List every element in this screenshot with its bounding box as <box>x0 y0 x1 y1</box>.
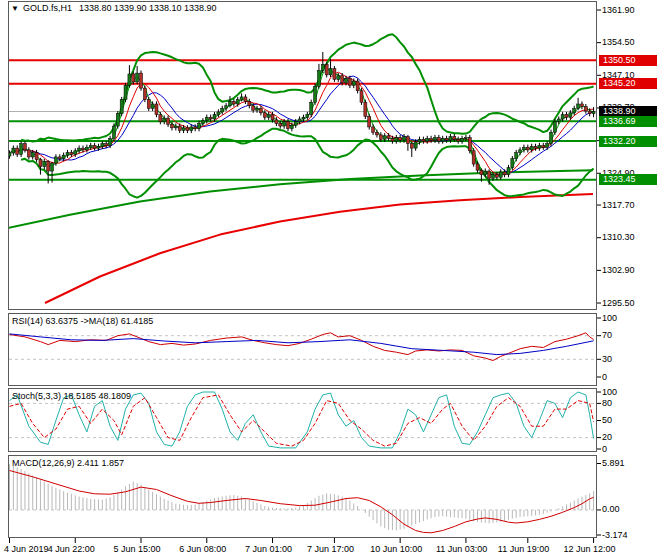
bull-candle <box>352 81 355 85</box>
chart-canvas[interactable] <box>0 0 660 560</box>
bull-candle <box>577 104 580 108</box>
bear-candle <box>186 128 189 131</box>
bull-candle <box>310 102 313 114</box>
price-badge-red: 1345.20 <box>599 78 657 89</box>
bull-candle <box>128 74 131 85</box>
bull-candle <box>101 144 104 147</box>
price-axis-label: 1361.90 <box>602 5 635 15</box>
stoch-axis-label: 50 <box>602 415 612 425</box>
bull-candle <box>522 147 525 150</box>
bull-candle <box>151 104 154 108</box>
macd-indicator-label: MACD(12,26,9) 2.411 1.857 <box>12 458 124 468</box>
bear-candle <box>391 138 394 141</box>
stoch-axis-label: 80 <box>602 398 612 408</box>
price-badge-red: 1350.50 <box>599 55 657 66</box>
stochastic-indicator-label: Stoch(5,3,3) 18.5185 48.1809 <box>12 391 131 401</box>
bull-candle <box>345 78 348 82</box>
bear-candle <box>93 145 96 148</box>
chart-title: ▼GOLD.fs,H11338.80 1339.90 1338.10 1338.… <box>11 3 217 13</box>
bull-candle <box>109 138 112 145</box>
bull-candle <box>418 139 421 142</box>
bull-candle <box>414 142 417 148</box>
bull-candle <box>31 153 34 157</box>
bull-candle <box>441 138 444 141</box>
bull-candle <box>89 145 92 147</box>
symbol-period-label: GOLD.fs,H1 <box>23 3 72 13</box>
bear-candle <box>348 78 351 85</box>
bull-candle <box>449 137 452 141</box>
rsi-axis-label: 100 <box>602 313 617 323</box>
bear-candle <box>232 101 235 104</box>
bear-candle <box>526 147 529 150</box>
bear-candle <box>35 153 38 160</box>
bull-candle <box>217 112 220 115</box>
stoch-axis-label: 0 <box>602 444 607 454</box>
bull-candle <box>395 138 398 142</box>
bull-candle <box>290 125 293 129</box>
bull-candle <box>78 148 81 151</box>
time-axis-label: 4 Jun 22:00 <box>48 544 95 554</box>
bear-candle <box>584 107 587 111</box>
bear-candle <box>325 64 328 75</box>
bull-candle <box>8 153 11 156</box>
bull-candle <box>507 168 510 175</box>
bear-candle <box>368 116 371 127</box>
bear-candle <box>472 151 475 164</box>
bull-candle <box>561 115 564 119</box>
bull-candle <box>492 175 495 179</box>
time-axis-label: 12 Jun 12:00 <box>564 544 616 554</box>
price-badge-green: 1336.69 <box>599 116 657 127</box>
bull-candle <box>569 113 572 117</box>
time-axis-label: 11 Jun 03:00 <box>436 544 487 554</box>
macd-axis-label: 0.00 <box>602 504 620 514</box>
stoch-d-line <box>10 395 594 446</box>
bear-candle <box>263 113 266 117</box>
symbol-dropdown-icon[interactable]: ▼ <box>11 4 19 13</box>
bear-candle <box>341 76 344 83</box>
chart-window: ▼GOLD.fs,H11338.80 1339.90 1338.10 1338.… <box>0 0 660 560</box>
time-axis-label: 10 Jun 10:00 <box>370 544 422 554</box>
macd-axis-label: -3.174 <box>602 530 628 540</box>
price-axis-label: 1317.70 <box>602 200 635 210</box>
bull-candle <box>329 69 332 75</box>
bull-candle <box>302 117 305 119</box>
rsi-graphics <box>9 333 596 361</box>
bull-candle <box>120 100 123 114</box>
bear-candle <box>445 138 448 140</box>
bull-candle <box>433 138 436 141</box>
bull-candle <box>190 127 193 131</box>
bull-candle <box>267 115 270 118</box>
long-ma-red <box>45 194 593 303</box>
bull-candle <box>205 117 208 121</box>
bull-candle <box>383 136 386 140</box>
bear-candle <box>47 161 50 171</box>
bull-candle <box>198 123 201 128</box>
bear-candle <box>170 124 173 128</box>
bear-candle <box>132 74 135 82</box>
bull-candle <box>163 118 166 122</box>
bull-candle <box>530 146 533 150</box>
bear-candle <box>16 148 19 154</box>
bull-candle <box>221 108 224 112</box>
bear-candle <box>194 127 197 129</box>
stoch-axis-label: 100 <box>602 387 617 397</box>
bull-candle <box>213 115 216 119</box>
bull-candle <box>62 155 65 159</box>
bear-candle <box>476 164 479 170</box>
bull-candle <box>306 115 309 118</box>
bull-candle <box>228 101 231 105</box>
bear-candle <box>468 138 471 151</box>
bear-candle <box>379 135 382 139</box>
candles <box>8 52 595 185</box>
bear-candle <box>155 104 158 115</box>
bull-candle <box>97 146 100 148</box>
bear-candle <box>565 115 568 118</box>
bear-candle <box>286 122 289 129</box>
bull-candle <box>403 137 406 141</box>
bull-candle <box>538 145 541 148</box>
bull-candle <box>283 122 286 126</box>
bull-candle <box>511 159 514 168</box>
bull-candle <box>240 97 243 100</box>
macd-axis-label: 5.891 <box>602 458 625 468</box>
bull-candle <box>12 148 15 153</box>
